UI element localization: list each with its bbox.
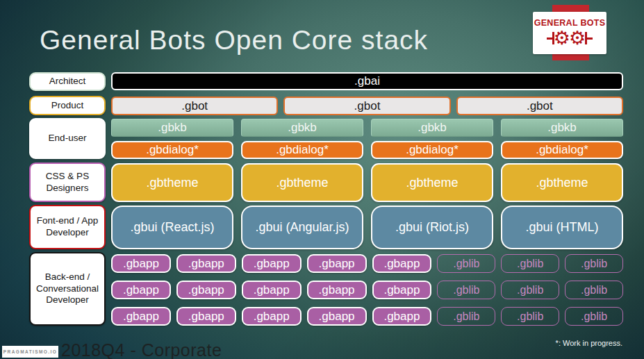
gbtheme-box: .gbtheme [241,163,363,202]
role-label-backend-conversational-developer: Back-end / Conversational Developer [29,252,106,326]
gblib-box: .gblib [501,307,559,326]
gbapp-box: .gbapp [307,307,367,326]
role-label-end-user: End-user [29,118,106,159]
general-bots-logo: GENERAL BOTS ⚙ ⚙ [533,12,606,54]
pragmatismo-logo: PRAGMATISMO.IO [2,346,58,358]
gear-icon: ⚙ [569,29,586,47]
gblib-box: .gblib [501,254,559,273]
role-label-product: Product [29,96,106,115]
role-label-css-ps-designers: CSS & PS Designers [29,162,106,202]
gbot-box: .gbot [456,97,623,115]
gblib-box: .gblib [501,281,559,299]
gbot-box: .gbot [111,97,278,115]
gblib-box: .gblib [565,281,623,299]
gbapp-box: .gbapp [372,307,432,326]
gblib-box: .gblib [565,254,623,273]
row-gbai: .gbai [111,72,623,90]
role-label-architect: Architect [29,72,106,91]
gbdialog-box: .gbdialog* [241,141,363,159]
row-gbot: .gbot .gbot .gbot [111,97,623,115]
gblib-box: .gblib [437,307,495,326]
row-gbapp-gblib-3: .gbapp .gbapp .gbapp .gbapp .gbapp .gbli… [111,307,623,326]
gbapp-box: .gbapp [372,281,432,299]
gbapp-box: .gbapp [176,307,236,326]
gbapp-box: .gbapp [111,307,171,326]
gbapp-box: .gbapp [176,281,236,299]
gbui-react-box: .gbui (React.js) [111,206,233,249]
row-gbdialog: .gbdialog* .gbdialog* .gbdialog* .gbdial… [111,141,623,159]
gbtheme-box: .gbtheme [501,163,623,202]
gbtheme-box: .gbtheme [371,163,493,202]
gbdialog-box: .gbdialog* [111,141,233,159]
gbapp-box: .gbapp [111,281,171,299]
gblib-box: .gblib [437,281,495,299]
gbdialog-box: .gbdialog* [501,141,623,159]
gear-icon: ⚙ [554,29,570,47]
gbdialog-box: .gbdialog* [371,141,493,159]
row-gbtheme: .gbtheme .gbtheme .gbtheme .gbtheme [111,163,623,202]
gblib-box: .gblib [565,307,623,326]
gbui-angular-box: .gbui (Angular.js) [241,206,363,249]
gbui-riot-box: .gbui (Riot.js) [371,206,493,249]
gbapp-box: .gbapp [242,307,302,326]
gbkb-box: .gbkb [371,119,493,137]
gbtheme-box: .gbtheme [111,163,233,202]
gbui-html-box: .gbui (HTML) [501,206,623,249]
gear-frame-left-icon [547,29,554,47]
gbai-box: .gbai [111,72,623,90]
gbot-box: .gbot [283,97,450,115]
row-gbkb: .gbkb .gbkb .gbkb .gbkb [111,119,623,137]
page-title: General Bots Open Core stack [40,25,428,56]
gear-frame-right-icon [585,29,593,47]
row-gbapp-gblib-2: .gbapp .gbapp .gbapp .gbapp .gbapp .gbli… [111,281,623,299]
gbkb-box: .gbkb [111,119,233,137]
footer-caption: 2018Q4 - Corporate [61,340,222,359]
gbapp-box: .gbapp [307,254,367,273]
gbapp-box: .gbapp [242,254,302,273]
gbapp-box: .gbapp [372,254,432,273]
gbapp-box: .gbapp [307,281,367,299]
gblib-box: .gblib [437,254,495,273]
row-gbui: .gbui (React.js) .gbui (Angular.js) .gbu… [111,206,623,249]
gbkb-box: .gbkb [241,119,363,137]
logo-brand-text: GENERAL BOTS [534,18,606,28]
work-in-progress-note: *: Work in progress. [556,339,622,347]
role-label-frontend-app-developer: Font-end / App Developer [29,205,106,249]
gbkb-box: .gbkb [501,119,623,137]
row-gbapp-gblib-1: .gbapp .gbapp .gbapp .gbapp .gbapp .gbli… [111,254,623,273]
gbapp-box: .gbapp [242,281,302,299]
slide-general-bots-open-core-stack: General Bots Open Core stack GENERAL BOT… [0,0,644,359]
gbapp-box: .gbapp [176,254,236,273]
gbapp-box: .gbapp [111,254,171,273]
gears-icon: ⚙ ⚙ [547,28,593,48]
